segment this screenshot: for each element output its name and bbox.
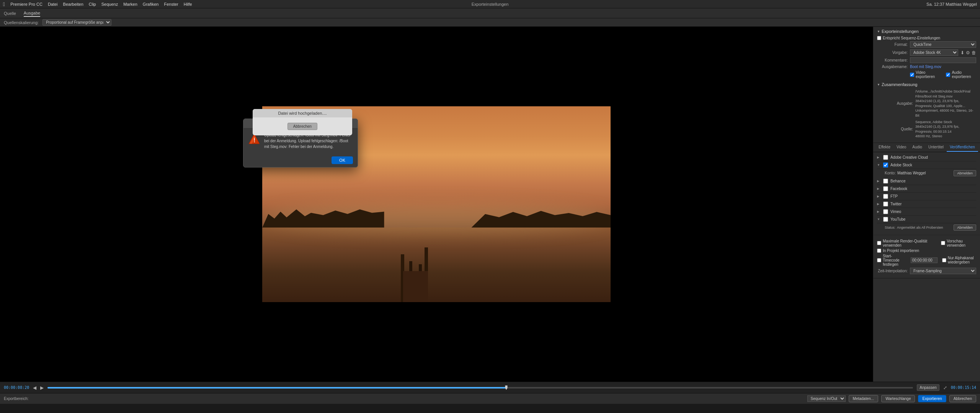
vorschau-checkbox[interactable] bbox=[941, 241, 945, 245]
publish-item-creative-cloud[interactable]: ▶ Adobe Creative Cloud bbox=[877, 154, 976, 161]
video-export-checkbox-row: Video exportieren bbox=[910, 70, 940, 79]
zeit-interpolation-select[interactable]: Frame-Sampling bbox=[910, 268, 976, 274]
ausgabename-link[interactable]: Boot mit Steg.mov bbox=[910, 65, 941, 69]
menu-bearbeiten[interactable]: Bearbeiten bbox=[63, 2, 83, 7]
ausgabe-summary-row: Ausgabe: /Volume.../schnitt/Adobe Stock/… bbox=[882, 89, 976, 118]
youtube-expanded: Status: Angemeldet als All Probersten Ab… bbox=[877, 223, 976, 232]
menu-hilfe[interactable]: Hilfe bbox=[184, 2, 192, 7]
publish-item-youtube[interactable]: ▼ YouTube bbox=[877, 216, 976, 223]
adobe-stock-expanded: Konto: Matthias Weggel Abmelden bbox=[877, 169, 976, 177]
upload-background-modal: Datei wird hochgeladen.... Abbrechen bbox=[253, 109, 352, 135]
main-area: ▼ Exporteinstellungen Entspricht Sequenz… bbox=[0, 27, 980, 382]
checkbox-ftp[interactable] bbox=[883, 194, 888, 199]
delete-preset-icon[interactable]: 🗑 bbox=[972, 50, 976, 55]
panel-tabs: Effekte Video Audio Untertitel Veröffent… bbox=[873, 143, 980, 152]
upload-bg-body: Abbrechen bbox=[253, 117, 352, 135]
play-back-icon[interactable]: ◀ bbox=[33, 385, 36, 390]
error-footer: OK bbox=[243, 153, 358, 167]
fit-button[interactable]: Anpassen bbox=[917, 384, 939, 391]
apple-menu[interactable]:  bbox=[3, 1, 5, 7]
chevron-ftp-icon: ▶ bbox=[877, 195, 881, 198]
manage-preset-icon[interactable]: ⚙ bbox=[966, 50, 970, 55]
publish-section: ▶ Adobe Creative Cloud ▼ Adobe Stock Kon… bbox=[873, 152, 980, 233]
tab-video[interactable]: Video bbox=[893, 143, 909, 152]
audio-export-checkbox-row: Audio exportieren bbox=[946, 70, 976, 79]
video-export-checkbox[interactable] bbox=[910, 73, 914, 77]
export-settings-header[interactable]: ▼ Exporteinstellungen bbox=[877, 29, 976, 34]
tab-untertitel[interactable]: Untertitel bbox=[925, 143, 947, 152]
match-sequence-label: Entspricht Sequenz-Einstellungen bbox=[883, 36, 940, 40]
tab-quelle[interactable]: Quelle bbox=[4, 10, 16, 16]
start-timecode-checkbox[interactable] bbox=[877, 258, 881, 262]
max-render-row: Maximale Render-Qualität verwenden Vorsc… bbox=[877, 239, 976, 247]
publish-item-ftp[interactable]: ▶ FTP bbox=[877, 193, 976, 200]
chevron-twitter-icon: ▶ bbox=[877, 202, 881, 206]
tab-audio[interactable]: Audio bbox=[909, 143, 925, 152]
checkbox-creative-cloud[interactable] bbox=[883, 155, 888, 160]
menu-bar:  Premiere Pro CC Datei Bearbeiten Clip … bbox=[0, 0, 980, 8]
match-sequence-checkbox[interactable] bbox=[877, 36, 881, 40]
youtube-abmelden-button[interactable]: Abmelden bbox=[954, 224, 976, 231]
vorgabe-select[interactable]: Adobe Stock 4K bbox=[910, 49, 958, 56]
upload-cancel-button[interactable]: Abbrechen bbox=[287, 123, 317, 130]
dock-plank bbox=[403, 271, 428, 302]
start-timecode-label: Start-Timecode festlegen bbox=[883, 254, 908, 267]
zeit-interpolation-label: Zeit-Interpolation: bbox=[877, 269, 908, 273]
konto-label: Konto: bbox=[885, 171, 896, 175]
max-render-checkbox[interactable] bbox=[877, 241, 881, 245]
quelle-summary-value: Sequence, Adobe Stock 3840x2160 (1,0), 2… bbox=[915, 120, 976, 139]
play-forward-icon[interactable]: ▶ bbox=[40, 385, 44, 390]
in-projekt-checkbox[interactable] bbox=[877, 249, 881, 253]
warteschlange-button[interactable]: Warteschlange bbox=[881, 395, 915, 402]
expand-icon[interactable]: ⤢ bbox=[943, 385, 947, 390]
publish-item-vimeo[interactable]: ▶ Vimeo bbox=[877, 208, 976, 216]
zusammenfassung-header[interactable]: ▼ Zusammenfassung bbox=[877, 82, 976, 87]
format-row: Format: QuickTime bbox=[877, 41, 976, 48]
abbrechen-button[interactable]: Abbrechen bbox=[949, 395, 976, 402]
menu-clip[interactable]: Clip bbox=[89, 2, 96, 7]
exportieren-button[interactable]: Exportieren bbox=[918, 395, 946, 402]
chevron-export-icon: ▼ bbox=[877, 30, 880, 33]
ausgabename-row: Ausgabename: Boot mit Steg.mov bbox=[877, 65, 976, 69]
kommentare-label: Kommentare: bbox=[877, 58, 908, 62]
timeline-bar[interactable] bbox=[47, 387, 913, 389]
save-preset-icon[interactable]: ⬇ bbox=[960, 50, 964, 55]
menu-sequenz[interactable]: Sequenz bbox=[101, 2, 118, 7]
kommentare-input[interactable] bbox=[910, 57, 976, 63]
start-timecode-input[interactable] bbox=[911, 257, 938, 263]
exportbereich-select[interactable]: Sequenz In/Out bbox=[807, 395, 846, 402]
adobe-stock-abmelden-button[interactable]: Abmelden bbox=[954, 170, 976, 176]
publish-item-facebook[interactable]: ▶ Facebook bbox=[877, 185, 976, 193]
checkbox-vimeo[interactable] bbox=[883, 209, 888, 214]
menu-fenster[interactable]: Fenster bbox=[164, 2, 178, 7]
alphakanal-checkbox[interactable] bbox=[942, 258, 946, 262]
menu-marken[interactable]: Marken bbox=[123, 2, 137, 7]
metadaten-button[interactable]: Metadaten... bbox=[849, 395, 879, 402]
checkbox-youtube[interactable] bbox=[883, 217, 888, 222]
timeline-area: 00:00:08:20 ◀ ▶ Anpassen ⤢ 00:00:15:14 bbox=[0, 382, 980, 393]
checkbox-twitter[interactable] bbox=[883, 202, 888, 206]
export-settings-section: ▼ Exporteinstellungen Entspricht Sequenz… bbox=[873, 27, 980, 143]
start-timecode-row: Start-Timecode festlegen Nur Alphakanal … bbox=[877, 254, 976, 267]
quelle-summary-label: Quelle: bbox=[882, 127, 913, 131]
tab-ausgabe[interactable]: Ausgabe bbox=[24, 10, 40, 17]
label-facebook: Facebook bbox=[890, 187, 907, 191]
publish-item-twitter[interactable]: ▶ Twitter bbox=[877, 200, 976, 208]
format-select[interactable]: QuickTime bbox=[910, 41, 976, 48]
chevron-facebook-icon: ▶ bbox=[877, 187, 881, 190]
checkbox-behance[interactable] bbox=[883, 179, 888, 184]
checkbox-adobe-stock[interactable] bbox=[883, 163, 888, 167]
app-menu-item-premiere[interactable]: Premiere Pro CC bbox=[10, 2, 42, 7]
menu-grafiken[interactable]: Grafiken bbox=[143, 2, 159, 7]
menu-datei[interactable]: Datei bbox=[48, 2, 58, 7]
zeit-interpolation-row: Zeit-Interpolation: Frame-Sampling bbox=[877, 268, 976, 274]
source-scale-select[interactable]: Proportional auf Framegröße anpassen bbox=[42, 19, 111, 26]
error-ok-button[interactable]: OK bbox=[332, 156, 353, 164]
audio-export-checkbox[interactable] bbox=[946, 73, 950, 77]
source-output-tabs: Quelle Ausgabe bbox=[0, 8, 980, 18]
tab-effekte[interactable]: Effekte bbox=[875, 143, 893, 152]
publish-item-adobe-stock[interactable]: ▼ Adobe Stock bbox=[877, 161, 976, 169]
tab-veroffentlichen[interactable]: Veröffentlichen bbox=[947, 143, 978, 152]
checkbox-facebook[interactable] bbox=[883, 186, 888, 191]
publish-item-behance[interactable]: ▶ Behance bbox=[877, 177, 976, 185]
